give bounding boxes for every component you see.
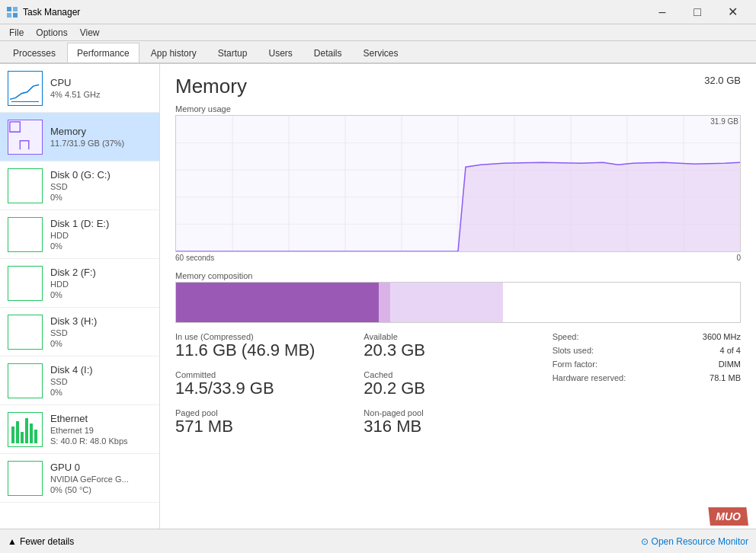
disk1-name: Disk 1 (D: E:) [50, 218, 152, 229]
stat-hw-reserved-value: 78.1 MB [710, 373, 741, 382]
cpu-name: CPU [50, 77, 152, 88]
sidebar-item-ethernet[interactable]: Ethernet Ethernet 19 S: 40.0 R: 48.0 Kbp… [0, 405, 159, 454]
sidebar-item-cpu[interactable]: CPU 4% 4.51 GHz [0, 64, 159, 113]
disk2-type: HDD [50, 280, 152, 289]
open-resource-monitor-label[interactable]: Open Resource Monitor [652, 536, 748, 547]
menu-options[interactable]: Options [30, 26, 73, 40]
tab-bar: Processes Performance App history Startu… [0, 41, 756, 64]
disk3-name: Disk 3 (H:) [50, 315, 152, 327]
stat-form-factor: Form factor: DIMM [553, 360, 741, 369]
tab-users[interactable]: Users [258, 43, 302, 62]
open-resource-monitor-link[interactable]: ⊙ Open Resource Monitor [641, 536, 748, 547]
comp-segment-in-use [176, 283, 379, 322]
disk4-thumbnail [8, 363, 43, 398]
app-icon [6, 6, 18, 18]
window-controls: – □ ✕ [645, 0, 750, 24]
memory-info: Memory 11.7/31.9 GB (37%) [50, 126, 152, 148]
stat-in-use-value: 11.6 GB (46.9 MB) [175, 341, 364, 360]
fewer-details-label: Fewer details [20, 536, 74, 547]
menu-view[interactable]: View [74, 26, 106, 40]
cpu-sub: 4% 4.51 GHz [50, 90, 152, 99]
gpu0-name: GPU 0 [50, 462, 152, 473]
stat-in-use: In use (Compressed) 11.6 GB (46.9 MB) [175, 332, 364, 360]
disk2-thumbnail [8, 266, 43, 301]
tab-services[interactable]: Services [354, 43, 408, 62]
stat-speed-label: Speed: [553, 332, 579, 341]
sidebar-item-disk1[interactable]: Disk 1 (D: E:) HDD 0% [0, 210, 159, 259]
stat-slots-label: Slots used: [553, 346, 594, 355]
sidebar-item-memory[interactable]: Memory 11.7/31.9 GB (37%) [0, 113, 159, 161]
stat-form-value: DIMM [719, 360, 741, 369]
stat-form-label: Form factor: [553, 360, 597, 369]
sidebar-item-disk2[interactable]: Disk 2 (F:) HDD 0% [0, 259, 159, 308]
menu-file[interactable]: File [3, 26, 30, 40]
ethernet-info: Ethernet Ethernet 19 S: 40.0 R: 48.0 Kbp… [50, 413, 152, 446]
ethernet-thumbnail [8, 412, 43, 447]
stat-non-paged-pool-value: 316 MB [364, 417, 552, 436]
ethernet-sub1: Ethernet 19 [50, 426, 152, 435]
sidebar-item-disk4[interactable]: Disk 4 (I:) SSD 0% [0, 356, 159, 405]
sidebar-item-gpu0[interactable]: GPU 0 NVIDIA GeForce G... 0% (50 °C) [0, 454, 159, 503]
resource-monitor-icon: ⊙ [641, 536, 649, 547]
tab-app-history[interactable]: App history [141, 43, 207, 62]
footer: ▲ Fewer details ⊙ Open Resource Monitor [0, 529, 756, 553]
title-bar: Task Manager – □ ✕ [0, 0, 756, 24]
fewer-details-button[interactable]: ▲ Fewer details [8, 536, 74, 547]
comp-label: Memory composition [175, 271, 741, 280]
stat-available-value: 20.3 GB [364, 341, 552, 360]
sidebar: CPU 4% 4.51 GHz Memory 11.7/31.9 GB (37%… [0, 64, 160, 529]
svg-rect-4 [10, 121, 20, 131]
menu-bar: File Options View [0, 24, 756, 41]
disk0-type: SSD [50, 182, 152, 191]
stat-col-mid: Available 20.3 GB Cached 20.2 GB Non-pag… [364, 332, 552, 447]
minimize-button[interactable]: – [645, 0, 680, 24]
chevron-up-icon: ▲ [8, 536, 17, 547]
tab-performance[interactable]: Performance [67, 43, 139, 62]
stat-non-paged-pool: Non-paged pool 316 MB [364, 408, 552, 436]
disk4-name: Disk 4 (I:) [50, 364, 152, 376]
stats-grid: In use (Compressed) 11.6 GB (46.9 MB) Co… [175, 332, 741, 447]
disk1-thumbnail [8, 217, 43, 252]
disk1-usage: 0% [50, 241, 152, 251]
disk0-info: Disk 0 (G: C:) SSD 0% [50, 169, 152, 202]
tab-processes[interactable]: Processes [3, 43, 66, 62]
svg-rect-3 [13, 13, 18, 18]
disk3-thumbnail [8, 315, 43, 350]
memory-chart-container: 31.9 GB [175, 115, 741, 252]
disk3-type: SSD [50, 328, 152, 337]
maximize-button[interactable]: □ [680, 0, 715, 24]
gpu0-thumbnail [8, 461, 43, 496]
panel-title: Memory [175, 75, 247, 98]
chart-time-start: 60 seconds [175, 254, 214, 262]
stat-committed-value: 14.5/33.9 GB [175, 379, 364, 398]
tab-startup[interactable]: Startup [208, 43, 258, 62]
watermark: MUO [708, 507, 748, 526]
stat-col-right: Speed: 3600 MHz Slots used: 4 of 4 Form … [553, 332, 741, 447]
disk4-info: Disk 4 (I:) SSD 0% [50, 364, 152, 397]
memory-chart-section: Memory usage 31.9 GB [175, 104, 741, 262]
stat-slots: Slots used: 4 of 4 [553, 346, 741, 355]
disk0-usage: 0% [50, 193, 152, 202]
stat-speed-value: 3600 MHz [703, 332, 741, 341]
disk1-info: Disk 1 (D: E:) HDD 0% [50, 218, 152, 251]
stat-cached: Cached 20.2 GB [364, 370, 552, 398]
stat-committed: Committed 14.5/33.9 GB [175, 370, 364, 398]
comp-bar [175, 282, 741, 323]
disk3-info: Disk 3 (H:) SSD 0% [50, 315, 152, 348]
comp-segment-modified [379, 283, 390, 322]
panel-total-value: 32.0 GB [704, 75, 741, 86]
sidebar-item-disk0[interactable]: Disk 0 (G: C:) SSD 0% [0, 161, 159, 210]
disk2-info: Disk 2 (F:) HDD 0% [50, 267, 152, 299]
cpu-thumbnail [8, 71, 43, 106]
sidebar-item-disk3[interactable]: Disk 3 (H:) SSD 0% [0, 308, 159, 356]
svg-rect-0 [7, 7, 11, 11]
close-button[interactable]: ✕ [715, 0, 750, 24]
tab-details[interactable]: Details [304, 43, 352, 62]
chart-label: Memory usage [175, 104, 741, 113]
comp-segment-standby [390, 283, 503, 322]
content-panel: Memory 32.0 GB Memory usage 31.9 GB [160, 64, 756, 529]
disk0-name: Disk 0 (G: C:) [50, 169, 152, 181]
memory-composition-section: Memory composition [175, 271, 741, 323]
disk1-type: HDD [50, 231, 152, 240]
disk4-usage: 0% [50, 388, 152, 397]
